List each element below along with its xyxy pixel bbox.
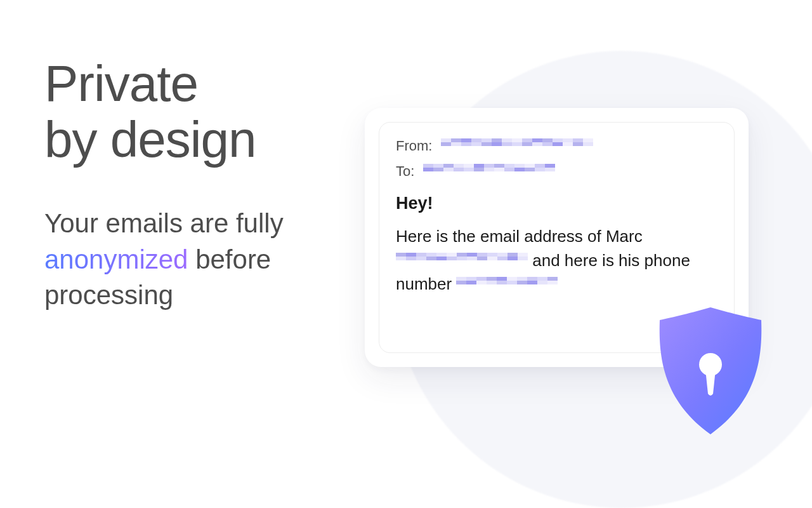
hero-subheadline: Your emails are fully anonymized before … [44,206,362,314]
redacted-phone-number [456,277,558,292]
lock-shield-icon [653,305,768,438]
headline-line-2: by design [44,111,256,168]
from-label: From: [396,138,432,154]
sub-before: Your emails are fully [44,208,284,238]
sub-highlight: anonymized [44,244,188,274]
email-to-row: To: [396,163,717,180]
redacted-to-value [423,164,555,179]
email-from-row: From: [396,138,717,154]
body-part-1: Here is the email address of Marc [396,227,643,246]
hero-headline: Private by design [44,56,362,168]
headline-line-1: Private [44,55,198,112]
to-label: To: [396,163,414,180]
email-greeting: Hey! [396,194,717,213]
redacted-email-address [396,253,528,268]
email-body: Here is the email address of Marc and he… [396,225,717,297]
hero-text-block: Private by design Your emails are fully … [44,56,362,314]
redacted-from-value [441,138,593,154]
